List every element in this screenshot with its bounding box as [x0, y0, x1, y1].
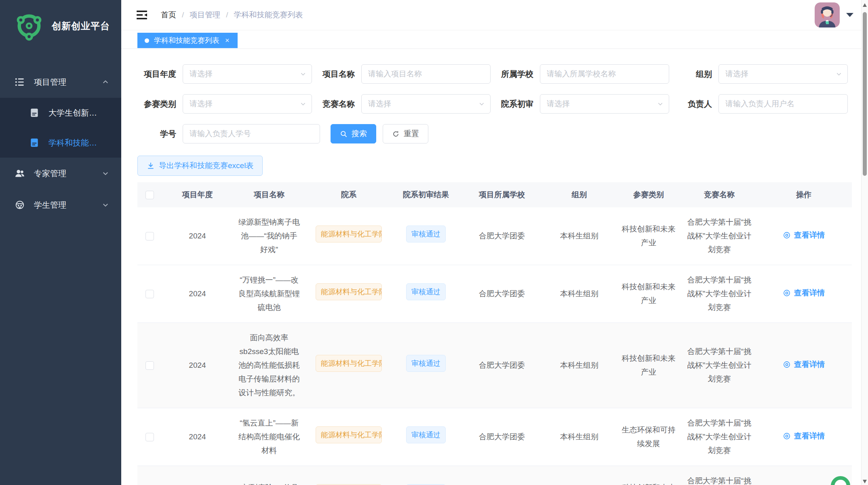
student-id-input[interactable] — [183, 124, 320, 143]
tab-bar: 学科和技能竞赛列表 × — [121, 30, 868, 49]
table-row: 2024 “剂到病除”—兼具pH响应和光热治疗 能源材料与化工学院 审核通过 合… — [137, 466, 852, 485]
view-icon — [783, 289, 791, 297]
department-tag: 能源材料与化工学院 — [316, 426, 382, 443]
review-status-tag: 审核通过 — [406, 426, 446, 443]
sidebar-item-project-mgmt[interactable]: 项目管理 — [0, 66, 121, 98]
view-details-link[interactable]: 查看详情 — [783, 358, 825, 371]
student-icon — [15, 200, 25, 210]
filter-student-id: 学号 — [137, 124, 320, 143]
cell-competition: 合肥大学第十届“挑战杯”大学生创业计划竞赛 — [683, 265, 756, 323]
category-select[interactable] — [183, 94, 312, 114]
reset-button-label: 重置 — [404, 129, 419, 139]
school-input[interactable] — [540, 64, 669, 84]
filter-category: 参赛类别 — [137, 94, 312, 114]
row-checkbox[interactable] — [145, 232, 154, 240]
cell-school: 合肥大学团委 — [459, 480, 544, 485]
department-tag: 能源材料与化工学院 — [316, 226, 382, 242]
column-header: 项目名称 — [233, 188, 305, 202]
users-icon — [15, 168, 25, 179]
app-root: 创新创业平台 项目管理 — [0, 0, 868, 485]
project-name-input[interactable] — [361, 64, 491, 84]
view-details-link[interactable]: 查看详情 — [783, 429, 825, 443]
filter-row-2: 参赛类别 竞赛名称 院系初审 — [137, 94, 852, 114]
document-icon — [29, 108, 40, 118]
column-header: 项目所属学校 — [459, 188, 544, 202]
column-header: 院系 — [305, 188, 392, 202]
row-checkbox[interactable] — [145, 433, 154, 441]
refresh-icon — [392, 130, 400, 138]
breadcrumb-item-home[interactable]: 首页 — [161, 10, 176, 20]
scrollbar-down-arrow-icon[interactable] — [863, 480, 867, 483]
sidebar-item-label: 大学生创新… — [48, 108, 97, 118]
review-status-tag: 审核通过 — [406, 226, 446, 242]
user-dropdown-caret-icon[interactable] — [846, 13, 853, 17]
main-area: 首页 / 项目管理 / 学科和技能竞赛列表 — [121, 0, 868, 485]
cell-project-name: 绿源新型钠离子电池——“我的钠手好戏” — [233, 207, 305, 265]
tab-label: 学科和技能竞赛列表 — [154, 36, 219, 45]
cell-school: 合肥大学团委 — [459, 422, 544, 452]
filter-label: 负责人 — [673, 99, 718, 110]
sidebar-item-undergrad-innovation[interactable]: 大学生创新… — [0, 98, 121, 128]
search-button[interactable]: 搜索 — [331, 124, 376, 143]
scrollbar-up-arrow-icon[interactable] — [863, 3, 867, 7]
sidebar-collapse-icon[interactable] — [136, 9, 148, 21]
row-checkbox[interactable] — [145, 290, 154, 298]
sidebar-item-subject-skill[interactable]: 学科和技能… — [0, 128, 121, 158]
cell-group: 本科生组别 — [544, 480, 614, 485]
dept-review-select[interactable] — [540, 94, 669, 114]
table-row: 2024 “万锂挑一”——改良型高续航新型锂硫电池 能源材料与化工学院 审核通过… — [137, 265, 852, 323]
avatar[interactable] — [815, 2, 840, 27]
competition-select[interactable] — [361, 94, 491, 114]
leader-input[interactable] — [718, 94, 848, 114]
cell-project-year: 2024 — [162, 221, 233, 251]
table-header-row: 项目年度 项目名称 院系 院系初审结果 项目所属学校 组别 参赛类别 竞赛名称 … — [137, 182, 852, 207]
filter-label: 组别 — [673, 69, 718, 80]
project-year-select[interactable] — [183, 64, 312, 84]
cell-group: 本科生组别 — [544, 350, 614, 380]
column-header: 组别 — [544, 188, 614, 202]
scrollbar-thumb[interactable] — [863, 12, 867, 176]
page-content: 项目年度 项目名称 所属学校 — [121, 49, 868, 485]
cell-category: 科技创新和未来产业 — [614, 272, 683, 316]
vertical-scrollbar[interactable] — [861, 0, 868, 485]
sidebar-item-expert-mgmt[interactable]: 专家管理 — [0, 158, 121, 189]
download-icon — [147, 162, 155, 170]
app-logo: 创新创业平台 — [0, 0, 121, 52]
department-tag: 能源材料与化工学院 — [316, 355, 382, 372]
cell-category: 科技创新和未来产业 — [614, 344, 683, 387]
cell-category: 科技创新和未来产业 — [614, 473, 683, 485]
select-all-checkbox[interactable] — [145, 191, 154, 199]
filter-label: 所属学校 — [495, 69, 540, 80]
breadcrumb-item-project-mgmt[interactable]: 项目管理 — [190, 10, 220, 20]
view-details-link[interactable]: 查看详情 — [783, 286, 825, 300]
reset-button[interactable]: 重置 — [383, 124, 428, 143]
sidebar-item-student-mgmt[interactable]: 学生管理 — [0, 189, 121, 221]
view-details-link[interactable]: 查看详情 — [783, 228, 825, 242]
sidebar: 创新创业平台 项目管理 — [0, 0, 121, 485]
cell-school: 合肥大学团委 — [459, 221, 544, 251]
filter-label: 竞赛名称 — [316, 99, 361, 110]
cell-project-year: 2024 — [162, 422, 233, 452]
cell-school: 合肥大学团委 — [459, 350, 544, 380]
list-icon — [15, 77, 25, 87]
filter-label: 学号 — [137, 129, 183, 139]
export-excel-button[interactable]: 导出学科和技能竞赛excel表 — [137, 156, 263, 176]
search-icon — [340, 130, 348, 138]
cell-project-year: 2024 — [162, 350, 233, 380]
tab-subject-skill-list[interactable]: 学科和技能竞赛列表 × — [137, 33, 238, 48]
chevron-down-icon — [102, 170, 109, 177]
review-status-tag: 审核通过 — [406, 355, 446, 372]
table-row: 2024 “氢云直上”——新结构高性能电催化材料 能源材料与化工学院 审核通过 … — [137, 408, 852, 466]
sidebar-item-label: 学科和技能… — [48, 137, 97, 148]
cell-group: 本科生组别 — [544, 422, 614, 452]
competition-table: 项目年度 项目名称 院系 院系初审结果 项目所属学校 组别 参赛类别 竞赛名称 … — [137, 182, 852, 485]
row-checkbox[interactable] — [145, 361, 154, 370]
column-header: 院系初审结果 — [392, 188, 459, 202]
group-select[interactable] — [718, 64, 848, 84]
column-header: 竞赛名称 — [683, 188, 756, 202]
tab-close-icon[interactable]: × — [224, 36, 230, 45]
cell-category: 生态环保和可持续发展 — [614, 415, 683, 459]
filter-label: 院系初审 — [495, 99, 540, 110]
search-button-label: 搜索 — [352, 129, 367, 139]
sidebar-item-label: 学生管理 — [34, 200, 102, 211]
